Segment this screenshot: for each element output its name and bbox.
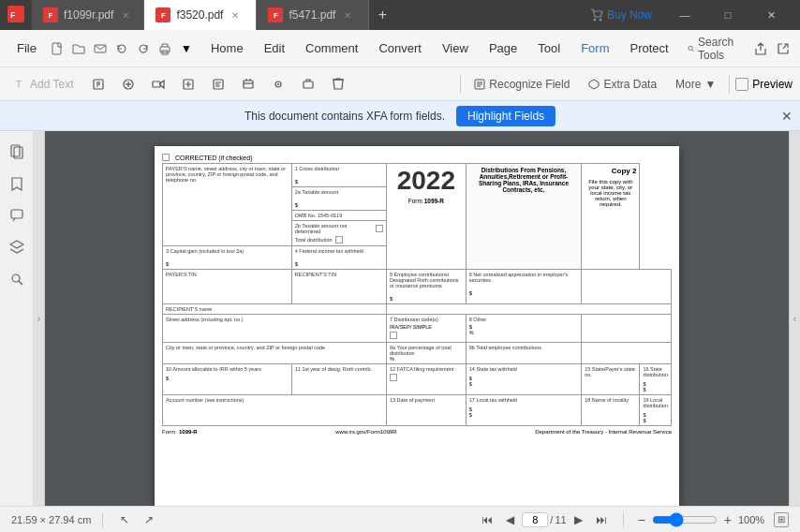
- preview-checkbox[interactable]: [735, 78, 748, 91]
- close-button[interactable]: ✕: [749, 0, 793, 30]
- tab-close-1[interactable]: ✕: [119, 8, 132, 22]
- right-collapse-handle[interactable]: ‹: [789, 131, 800, 506]
- date-payment-label: 13 Date of payment: [390, 397, 463, 403]
- tab-close-3[interactable]: ✕: [341, 8, 354, 22]
- recipient-tin-label: RECIPIENT'S TIN: [295, 272, 383, 277]
- menu-file[interactable]: File: [7, 37, 46, 59]
- menu-convert[interactable]: Convert: [369, 37, 431, 59]
- highlight-fields-button[interactable]: Highlight Fields: [456, 106, 556, 126]
- next-page-button[interactable]: ▶: [569, 510, 589, 530]
- hand-tool-button[interactable]: ↗: [139, 510, 159, 530]
- select-tool-button[interactable]: ↖: [114, 510, 135, 530]
- add-text-button[interactable]: T Add Text: [7, 75, 81, 94]
- pct-total-label: 9a Your percentage of total distribution: [390, 345, 463, 356]
- add-tab-button[interactable]: +: [369, 2, 395, 28]
- undo-icon[interactable]: [112, 39, 131, 58]
- empty-cell-4: [582, 343, 672, 364]
- left-collapse-handle[interactable]: ›: [34, 131, 45, 506]
- tab-close-2[interactable]: ✕: [229, 8, 242, 22]
- notification-close-button[interactable]: ✕: [781, 109, 793, 124]
- menu-page[interactable]: Page: [480, 37, 526, 59]
- tab-f3520[interactable]: F f3520.pdf ✕: [144, 0, 257, 30]
- svg-point-2: [593, 19, 596, 22]
- copy-desc: File this copy with your state, city, or…: [585, 179, 636, 207]
- state-dist-label: 16 State distribution: [643, 366, 668, 377]
- fit-page-button[interactable]: ⊞: [774, 512, 789, 527]
- fatca-checkbox[interactable]: [390, 374, 397, 381]
- print-icon[interactable]: [156, 39, 174, 58]
- share-icon[interactable]: [751, 39, 770, 58]
- first-page-button[interactable]: ⏮: [477, 510, 497, 530]
- recognize-field-button[interactable]: Recognize Field: [467, 75, 577, 94]
- sidebar-search-icon[interactable]: [4, 266, 30, 292]
- irr-cell: 10 Amount allocable to IRR within 5 year…: [163, 364, 292, 395]
- menu-view[interactable]: View: [433, 37, 478, 59]
- svg-point-25: [277, 83, 279, 85]
- distributions-desc-cell: Distributions From Pensions, Annuities,R…: [466, 164, 581, 270]
- open-icon[interactable]: [69, 39, 88, 58]
- tab-f1099r[interactable]: F f1099r.pdf ✕: [32, 0, 144, 30]
- maximize-button[interactable]: □: [706, 0, 749, 30]
- menu-home-item[interactable]: Home: [201, 37, 253, 59]
- dropdown-icon[interactable]: ▼: [177, 39, 196, 58]
- toolbar-icon-4[interactable]: [174, 75, 202, 94]
- email-icon[interactable]: [91, 39, 110, 58]
- menu-edit[interactable]: Edit: [255, 37, 294, 59]
- tab-f5471[interactable]: F f5471.pdf ✕: [257, 0, 369, 30]
- toolbar-icon-1[interactable]: [84, 75, 112, 94]
- sidebar-pages-icon[interactable]: [4, 139, 30, 165]
- toolbar-icon-5[interactable]: [204, 75, 232, 94]
- minimize-button[interactable]: —: [663, 0, 706, 30]
- corrected-checkbox[interactable]: [162, 154, 170, 161]
- taxable-not-det-checkbox[interactable]: [376, 225, 383, 232]
- zoom-slider[interactable]: [652, 512, 718, 527]
- menu-protect[interactable]: Protect: [620, 37, 677, 59]
- page-separator: /: [550, 514, 553, 525]
- new-icon[interactable]: [48, 39, 67, 58]
- toolbar-icon-6[interactable]: [234, 75, 262, 94]
- gross-dist-label: 1 Gross distribution: [295, 166, 383, 171]
- search-tools[interactable]: Search Tools: [680, 32, 746, 66]
- state-dist-cell: 16 State distribution $ $: [640, 364, 672, 395]
- toolbar-icon-3[interactable]: [144, 75, 172, 94]
- sidebar-layers-icon[interactable]: [4, 234, 30, 260]
- last-page-button[interactable]: ⏭: [591, 510, 612, 530]
- corrected-label: CORRECTED (if checked): [175, 155, 252, 161]
- street-addr-cell: Street address (including apt. no.): [163, 315, 387, 343]
- svg-line-36: [19, 281, 22, 285]
- toolbar-icon-9[interactable]: [324, 75, 352, 94]
- zoom-in-button[interactable]: +: [721, 512, 734, 527]
- pdf-viewer[interactable]: CORRECTED (if checked) PAYER'S name, str…: [45, 131, 789, 506]
- sidebar-comment-icon[interactable]: [4, 202, 30, 229]
- toolbar-icon-8[interactable]: [294, 75, 322, 94]
- prev-page-button[interactable]: ◀: [499, 510, 520, 530]
- total-dist-checkbox[interactable]: [335, 236, 343, 244]
- omb-cell: OMB No. 1545-0119: [291, 211, 386, 221]
- menu-form[interactable]: Form: [571, 37, 618, 59]
- sidebar-bookmark-icon[interactable]: [4, 170, 30, 197]
- toolbar-icon-2[interactable]: [114, 75, 142, 94]
- external-icon[interactable]: [774, 39, 793, 58]
- local-dist-label: 19 Local distribution: [643, 397, 668, 408]
- notification-bar: This document contains XFA form fields. …: [0, 101, 800, 131]
- menu-tool[interactable]: Tool: [528, 37, 570, 59]
- state-tax-label: 14 State tax withheld: [469, 366, 578, 372]
- cart-icon: [590, 8, 603, 22]
- copy-label: Copy 2: [585, 167, 636, 175]
- state-payer-cell: 15 State/Payer's state no.: [582, 364, 640, 395]
- capital-gain-cell: 3 Capital gain (included in box 2a) $: [163, 246, 292, 270]
- zoom-controls: − + 100% ⊞: [635, 512, 789, 527]
- more-button[interactable]: More ▼: [668, 75, 723, 94]
- current-page-input[interactable]: [522, 512, 548, 527]
- buy-now-link[interactable]: Buy Now: [607, 8, 652, 22]
- menu-comment[interactable]: Comment: [296, 37, 367, 59]
- svg-rect-22: [244, 81, 253, 88]
- pdf-icon-tab1: F: [43, 7, 58, 22]
- redo-icon[interactable]: [134, 39, 153, 58]
- zoom-out-button[interactable]: −: [635, 512, 648, 527]
- ira-sep-checkbox[interactable]: [390, 332, 397, 339]
- extra-data-button[interactable]: Extra Data: [581, 75, 664, 94]
- status-bar: 21.59 × 27.94 cm ↖ ↗ ⏮ ◀ / 11 ▶ ⏭ − + 10…: [0, 506, 800, 532]
- toolbar-icon-7[interactable]: [264, 75, 292, 94]
- settings-icon[interactable]: [796, 39, 800, 58]
